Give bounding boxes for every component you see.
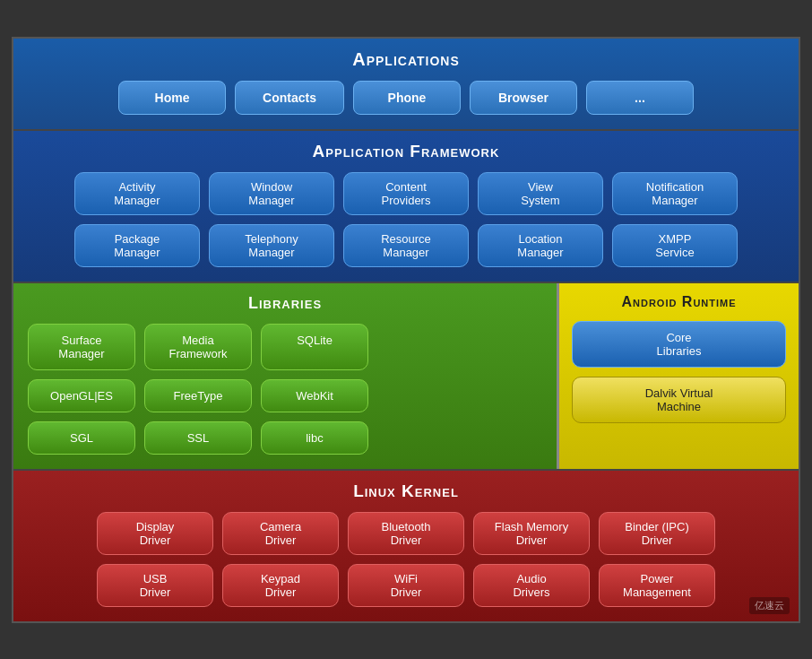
framework-title: Application Framework (28, 142, 784, 161)
framework-row1: ActivityManager WindowManager ContentPro… (28, 172, 784, 215)
applications-title: Applications (28, 49, 784, 70)
fw-resource-manager[interactable]: ResourceManager (343, 224, 469, 267)
android-runtime-section: Android Runtime CoreLibraries Dalvik Vir… (557, 283, 799, 469)
lib-freetype[interactable]: FreeType (144, 379, 252, 412)
fw-window-manager[interactable]: WindowManager (209, 172, 334, 215)
lib-media-framework[interactable]: MediaFramework (144, 324, 252, 370)
fw-package-manager[interactable]: PackageManager (74, 224, 200, 267)
framework-section: Application Framework ActivityManager Wi… (13, 129, 799, 282)
kd-bluetooth-driver[interactable]: BluetoothDriver (348, 512, 464, 555)
kd-display-driver[interactable]: DisplayDriver (97, 512, 213, 555)
fw-telephony-manager[interactable]: TelephonyManager (209, 224, 334, 267)
app-more[interactable]: ... (586, 81, 694, 115)
kd-power-management[interactable]: PowerManagement (599, 564, 715, 607)
lib-row2: OpenGL|ES FreeType WebKit (28, 379, 542, 412)
applications-items: Home Contacts Phone Browser ... (28, 81, 784, 115)
lib-row1: SurfaceManager MediaFramework SQLite (28, 324, 542, 370)
kd-binder-driver[interactable]: Binder (IPC)Driver (599, 512, 715, 555)
kernel-section: Linux Kernel DisplayDriver CameraDriver … (13, 469, 799, 621)
kd-audio-drivers[interactable]: AudioDrivers (473, 564, 590, 607)
kd-wifi-driver[interactable]: WiFiDriver (348, 564, 464, 607)
lib-ssl[interactable]: SSL (144, 421, 252, 455)
applications-section: Applications Home Contacts Phone Browser… (13, 39, 799, 129)
kernel-row2: USBDriver KeypadDriver WiFiDriver AudioD… (28, 564, 784, 607)
kernel-row1: DisplayDriver CameraDriver BluetoothDriv… (28, 512, 784, 555)
watermark: 亿速云 (749, 597, 790, 614)
android-architecture-diagram: Applications Home Contacts Phone Browser… (12, 37, 800, 623)
lib-sgl[interactable]: SGL (28, 421, 135, 455)
app-browser[interactable]: Browser (470, 81, 577, 115)
app-phone[interactable]: Phone (353, 81, 461, 115)
fw-view-system[interactable]: ViewSystem (478, 172, 603, 215)
lib-surface-manager[interactable]: SurfaceManager (28, 324, 135, 370)
lib-libc[interactable]: libc (261, 421, 368, 455)
fw-content-providers[interactable]: ContentProviders (343, 172, 469, 215)
app-contacts[interactable]: Contacts (235, 81, 344, 115)
lib-sqlite[interactable]: SQLite (261, 324, 368, 370)
kd-keypad-driver[interactable]: KeypadDriver (222, 564, 339, 607)
android-runtime-title: Android Runtime (572, 294, 786, 310)
libraries-section: Libraries SurfaceManager MediaFramework … (13, 283, 557, 469)
fw-location-manager[interactable]: LocationManager (478, 224, 603, 267)
framework-row2: PackageManager TelephonyManager Resource… (28, 224, 784, 267)
fw-activity-manager[interactable]: ActivityManager (74, 172, 200, 215)
kd-usb-driver[interactable]: USBDriver (97, 564, 213, 607)
middle-section: Libraries SurfaceManager MediaFramework … (13, 282, 799, 469)
kd-flash-memory-driver[interactable]: Flash MemoryDriver (473, 512, 590, 555)
libraries-title: Libraries (28, 294, 542, 313)
lib-row3: SGL SSL libc (28, 421, 542, 455)
lib-opengl-es[interactable]: OpenGL|ES (28, 379, 135, 412)
rt-core-libraries[interactable]: CoreLibraries (572, 321, 786, 368)
kernel-title: Linux Kernel (28, 481, 784, 501)
fw-xmpp-service[interactable]: XMPPService (612, 224, 738, 267)
lib-webkit[interactable]: WebKit (261, 379, 368, 412)
kd-camera-driver[interactable]: CameraDriver (222, 512, 339, 555)
fw-notification-manager[interactable]: NotificationManager (612, 172, 738, 215)
rt-dalvik-vm[interactable]: Dalvik VirtualMachine (572, 377, 786, 423)
app-home[interactable]: Home (118, 81, 226, 115)
